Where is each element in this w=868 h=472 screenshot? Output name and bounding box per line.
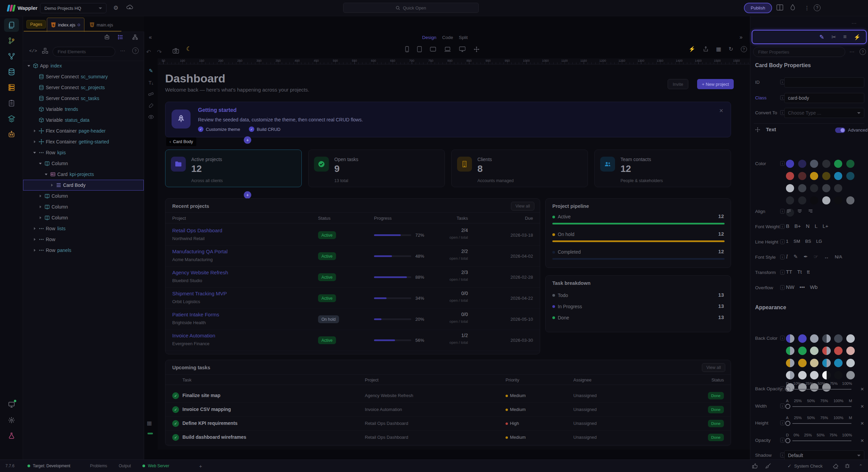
- color-swatch[interactable]: [810, 160, 818, 168]
- convert-select[interactable]: Choose Type ...: [784, 108, 864, 118]
- back-color-swatch[interactable]: [834, 334, 843, 343]
- tree-item-server-connect-sc-summary[interactable]: Server Connectsc_summary: [23, 71, 144, 82]
- app-structure-tab-icon[interactable]: [118, 34, 123, 40]
- add-element-button[interactable]: +: [244, 191, 251, 199]
- project-link[interactable]: Invoice Automation: [172, 333, 215, 338]
- tick-label[interactable]: A: [786, 399, 789, 403]
- back-color-swatch[interactable]: [846, 334, 855, 343]
- eraser-icon[interactable]: [833, 464, 839, 469]
- chevron-down-icon[interactable]: [32, 152, 37, 154]
- back-color-swatch[interactable]: [798, 359, 807, 367]
- help-icon[interactable]: ?: [814, 4, 821, 11]
- tablet-landscape-icon[interactable]: [430, 47, 436, 52]
- color-swatch[interactable]: [810, 184, 818, 192]
- ai-assistant-icon[interactable]: [104, 34, 110, 40]
- color-swatch[interactable]: [786, 184, 794, 192]
- back-color-swatch[interactable]: [834, 347, 843, 355]
- back-color-swatch[interactable]: [810, 334, 818, 343]
- info-icon[interactable]: i: [780, 336, 785, 340]
- actions-lightning-icon[interactable]: ⚡: [689, 46, 695, 52]
- refresh-icon[interactable]: ↻: [729, 46, 733, 52]
- labs-icon[interactable]: [4, 429, 19, 442]
- content-icon[interactable]: [4, 96, 19, 110]
- option-tt[interactable]: Tt: [797, 269, 802, 275]
- tree-item-column[interactable]: Column: [23, 201, 144, 212]
- outline-list-icon[interactable]: ≡: [843, 34, 847, 40]
- styles-brush-icon[interactable]: [145, 100, 156, 111]
- banner-check-item[interactable]: ✓Customize theme: [198, 126, 240, 132]
- info-icon[interactable]: i: [780, 209, 785, 214]
- back-color-swatch[interactable]: [822, 334, 831, 343]
- tree-item-server-connect-sc-projects[interactable]: Server Connectsc_projects: [23, 82, 144, 93]
- tick-label[interactable]: 75%: [830, 381, 837, 386]
- color-swatch[interactable]: [822, 172, 830, 180]
- back-color-swatch[interactable]: [786, 359, 794, 367]
- italic-icon[interactable]: I: [786, 254, 788, 260]
- tree-item-row-panels[interactable]: Rowpanels: [23, 245, 144, 256]
- back-color-swatch[interactable]: [786, 334, 794, 343]
- option-b[interactable]: B: [786, 223, 789, 229]
- color-swatch[interactable]: [810, 196, 818, 204]
- chevron-right-icon[interactable]: [32, 249, 37, 252]
- collapse-right-icon[interactable]: »: [739, 34, 743, 40]
- tree-item-flex-container-page-header[interactable]: Flex Containerpage-header: [23, 125, 144, 136]
- tick-label[interactable]: 50%: [807, 416, 815, 420]
- chevron-right-icon[interactable]: [38, 195, 43, 197]
- option-l[interactable]: L: [815, 223, 817, 229]
- color-swatch[interactable]: [786, 172, 794, 180]
- color-swatch[interactable]: [822, 196, 830, 204]
- tick-label[interactable]: 50%: [817, 433, 825, 437]
- table-row[interactable]: Shipment Tracking MVPOrbit LogisticsActi…: [165, 288, 540, 309]
- collapse-left-icon[interactable]: «: [149, 34, 152, 40]
- back-color-swatch[interactable]: [846, 347, 855, 355]
- desktop-icon[interactable]: [459, 46, 466, 52]
- slider-track[interactable]: [792, 406, 851, 407]
- info-icon[interactable]: i: [780, 285, 785, 290]
- info-icon[interactable]: i: [780, 386, 785, 391]
- code-view-icon[interactable]: </>: [29, 48, 37, 54]
- color-swatch[interactable]: [798, 184, 806, 192]
- color-swatch[interactable]: [822, 184, 830, 192]
- connections-icon[interactable]: [4, 34, 19, 47]
- back-color-swatch[interactable]: [810, 347, 818, 355]
- layout-panels-icon[interactable]: [776, 4, 783, 11]
- shadow-select[interactable]: Default: [784, 450, 864, 460]
- class-input[interactable]: card-body: [784, 93, 864, 103]
- project-link[interactable]: Retail Ops Dashboard: [172, 228, 222, 233]
- add-panel-icon[interactable]: +: [199, 463, 202, 469]
- tick-label[interactable]: 0%: [794, 433, 800, 437]
- assistant-icon[interactable]: [4, 127, 19, 141]
- edit-pencil-icon[interactable]: ✎: [145, 65, 156, 77]
- tree-item-variable-status-data[interactable]: Variablestatus_data: [23, 115, 144, 125]
- close-icon[interactable]: ×: [719, 107, 723, 115]
- table-row[interactable]: ✓Invoice CSV mappingInvoice AutomationMe…: [165, 403, 731, 417]
- pages-button[interactable]: Pages: [26, 20, 46, 28]
- tree-item-row-kpis[interactable]: Rowkpis: [23, 147, 144, 158]
- edit-pencil-icon[interactable]: ✎: [820, 34, 824, 41]
- tick-label[interactable]: 75%: [829, 433, 837, 437]
- tree-item-column[interactable]: Column: [23, 158, 144, 169]
- workflows-icon[interactable]: [4, 50, 19, 63]
- cleanup-broom-icon[interactable]: [765, 463, 771, 469]
- align-right-icon[interactable]: [808, 209, 813, 214]
- database-icon[interactable]: [4, 65, 19, 79]
- chevron-right-icon[interactable]: [32, 238, 37, 241]
- kpi-card-team-contacts[interactable]: Team contacts12People & stakeholders: [594, 150, 731, 187]
- chevron-down-icon[interactable]: [44, 174, 48, 175]
- slider-knob[interactable]: [785, 421, 790, 426]
- panel-overflow-icon[interactable]: ⋯: [851, 20, 856, 26]
- tree-item-column[interactable]: Column: [23, 212, 144, 223]
- back-color-swatch[interactable]: [846, 371, 855, 379]
- color-swatch[interactable]: [810, 172, 818, 180]
- option-n[interactable]: N: [806, 223, 810, 229]
- id-input[interactable]: [784, 77, 864, 87]
- tab-main-ejs[interactable]: 5 main.ejs: [86, 18, 117, 32]
- tick-label[interactable]: 25%: [794, 416, 802, 420]
- table-row[interactable]: ✓Define KPI requirementsRetail Ops Dashb…: [165, 417, 731, 431]
- measure-ruler-icon[interactable]: [145, 88, 156, 100]
- table-row[interactable]: Invoice AutomationEvergreen FinanceActiv…: [165, 330, 540, 351]
- back-color-swatch[interactable]: [798, 371, 807, 379]
- grid-settings-icon[interactable]: ▦: [147, 420, 152, 426]
- kebab-menu-icon[interactable]: ⋮: [804, 5, 810, 12]
- color-swatch[interactable]: [822, 160, 830, 168]
